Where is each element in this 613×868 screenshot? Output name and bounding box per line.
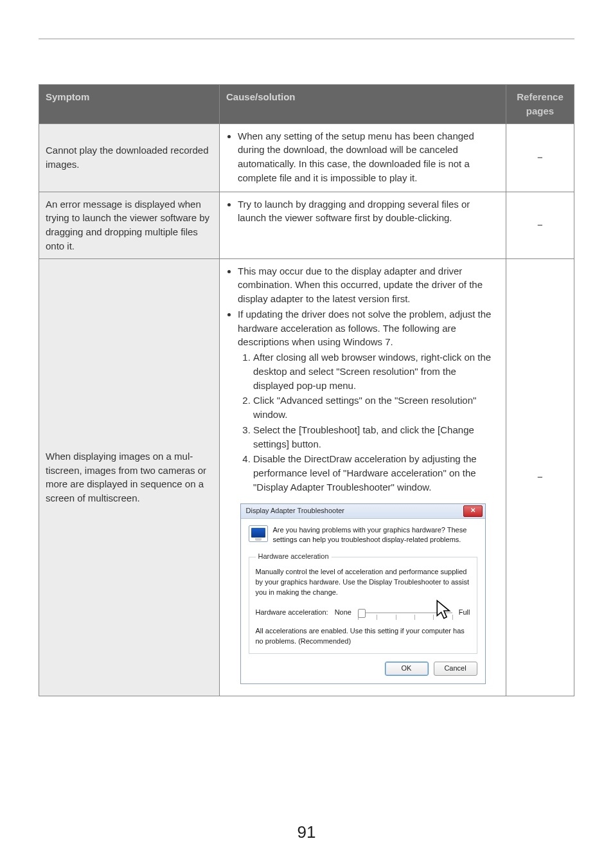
reference-cell: − [506,192,574,258]
reference-cell: − [506,123,574,192]
close-button[interactable]: ✕ [463,505,483,517]
cancel-button[interactable]: Cancel [434,662,477,676]
cause-cell: Try to launch by dragging and dropping s… [220,192,506,258]
col-header-reference: Reference pages [506,85,574,124]
cause-bullet: Try to launch by dragging and dropping s… [238,197,499,226]
cause-step: After closing all web browser windows, r… [253,350,499,392]
cause-step: Select the [Troubleshoot] tab, and click… [253,423,499,451]
cause-cell: This may occur due to the display adapte… [220,258,506,696]
cause-bullet-text: If updating the driver does not solve th… [238,309,491,348]
slider-min-label: None [335,608,351,618]
cause-bullet: This may occur due to the display adapte… [238,264,499,306]
table-row: When displaying images on a mul­tiscreen… [39,258,574,696]
symptom-cell: Cannot play the downloaded recorded imag… [39,123,220,192]
col-header-symptom: Symptom [39,85,220,124]
table-row: Cannot play the downloaded recorded imag… [39,123,574,192]
group-legend: Hardware acceleration [256,552,332,562]
ok-button[interactable]: OK [385,662,429,676]
hardware-acceleration-slider[interactable] [358,603,452,622]
dialog-titlebar: Display Adapter Troubleshooter ✕ [241,504,485,519]
symptom-cell: When displaying images on a mul­tiscreen… [39,258,220,696]
table-row: An error message is displayed when tryin… [39,192,574,258]
cursor-pointer-icon [434,599,456,621]
cause-bullet: If updating the driver does not solve th… [238,307,499,494]
cause-step: Disable the DirectDraw acceleration by a… [253,452,499,494]
cause-step: Click "Advanced settings" on the "Screen… [253,393,499,422]
symptom-cell: An error message is displayed when tryin… [39,192,220,258]
group-description: Manually control the level of accelerati… [256,567,470,598]
slider-label: Hardware acceleration: [256,608,328,618]
reference-cell: − [506,258,574,696]
slider-note: All accelerations are enabled. Use this … [256,626,470,647]
page-top-rule [39,39,574,39]
dialog-intro-text: Are you having problems with your graphi… [273,525,477,546]
hardware-acceleration-group: Hardware acceleration Manually control t… [249,552,477,654]
monitor-icon [249,525,268,542]
dialog-title: Display Adapter Troubleshooter [246,506,344,516]
page-number: 91 [0,822,613,842]
cause-cell: When any setting of the setup menu has b… [220,123,506,192]
col-header-cause: Cause/solution [220,85,506,124]
display-adapter-troubleshooter-dialog: Display Adapter Troubleshooter ✕ Are you… [240,503,486,685]
slider-max-label: Full [459,608,470,618]
troubleshooting-table: Symptom Cause/solution Reference pages C… [39,84,574,696]
cause-bullet: When any setting of the setup menu has b… [238,129,499,185]
